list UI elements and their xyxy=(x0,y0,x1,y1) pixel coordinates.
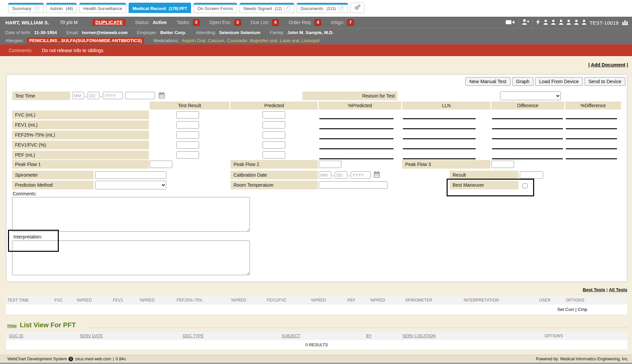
pef-difference-line xyxy=(492,158,563,159)
test-time-month-input[interactable] xyxy=(72,92,84,99)
fev1-fvc-test-result-input[interactable] xyxy=(176,141,199,149)
fev1-fvc-lln-line xyxy=(403,148,476,149)
results-col-pred5: %PRED xyxy=(370,298,385,303)
esign-badge[interactable]: 7 xyxy=(347,19,354,26)
set-curr-link[interactable]: Set Curr xyxy=(557,307,574,312)
spirometer-input[interactable] xyxy=(95,171,166,179)
results-col-fev1: FEV1 xyxy=(113,298,123,303)
calendar-icon[interactable] xyxy=(373,171,380,179)
send-to-device-button[interactable]: Send to Device xyxy=(585,77,625,86)
external-link-icon[interactable]: ↗ xyxy=(33,5,40,11)
add-document-link[interactable]: Add Document xyxy=(591,62,625,67)
family-label: Family: xyxy=(270,30,284,35)
dash: - xyxy=(332,173,334,178)
external-link-icon[interactable]: ↗ xyxy=(338,5,344,11)
footer-render-time: 0.84s xyxy=(116,357,126,361)
row-label-fvc: FVC (mL) xyxy=(12,111,149,119)
comments-textarea[interactable] xyxy=(12,197,250,232)
info-icon[interactable]: i xyxy=(68,357,73,361)
person-icon xyxy=(551,20,556,26)
best-maneuver-checkbox[interactable] xyxy=(522,183,527,188)
lightning-bolt-icon[interactable] xyxy=(536,19,540,26)
fef-test-result-input[interactable] xyxy=(176,131,199,139)
tab-health-surveillance-label: Health Surveillance xyxy=(83,6,122,11)
list-col-serv-location[interactable]: SERV LOCATION xyxy=(403,334,436,338)
results-col-options: OPTIONS xyxy=(566,298,584,303)
add-person-icon[interactable] xyxy=(522,19,529,26)
calibration-day-input[interactable] xyxy=(335,171,347,179)
peak-flow-1-label: Peak Flow 1 xyxy=(12,160,149,169)
flowsheet-chart-icon[interactable] xyxy=(622,19,629,26)
list-col-doc-id[interactable]: DOC ID xyxy=(9,334,23,338)
order-req-badge[interactable]: 4 xyxy=(315,19,321,26)
open-enc-label: Open Enc: xyxy=(209,20,231,25)
duplicate-flag[interactable]: DUPLICATE xyxy=(93,19,126,26)
room-temperature-input[interactable] xyxy=(319,181,387,189)
tab-documents[interactable]: Documents (313) ↗ xyxy=(297,3,348,13)
col-test-result: Test Result xyxy=(150,102,229,110)
comments-label: Comments: xyxy=(13,191,37,196)
test-time-year-input[interactable] xyxy=(103,92,123,99)
tab-admin-label: Admin xyxy=(50,6,63,11)
peak-flow-2-input[interactable] xyxy=(319,161,341,168)
peak-flow-3-label: Peak Flow 3 xyxy=(402,160,490,169)
pef-pct-difference-line xyxy=(566,158,617,159)
allergies-value[interactable]: PENICILLINS , SULFA(SULFONAMIDE ANTIBIOT… xyxy=(27,37,144,44)
list-col-by[interactable]: BY xyxy=(366,334,371,338)
test-time-time-input[interactable] xyxy=(126,92,155,99)
tab-needs-signed[interactable]: Needs Signed (12) ↗ xyxy=(240,3,294,13)
fev1-predicted-input[interactable] xyxy=(263,121,285,129)
graph-button[interactable]: Graph xyxy=(512,77,533,86)
tasks-badge[interactable]: 3 xyxy=(193,19,199,26)
fvc-predicted-input[interactable] xyxy=(263,111,285,119)
tab-on-screen-forms[interactable]: On Screen Forms xyxy=(193,3,237,13)
calibration-date-label: Calibration Date xyxy=(230,171,318,179)
video-camera-icon[interactable] xyxy=(506,19,515,26)
results-empty-row xyxy=(6,305,627,315)
cmp-link[interactable]: Cmp xyxy=(578,307,587,312)
interpretation-textarea[interactable] xyxy=(12,240,250,275)
result-input[interactable] xyxy=(520,171,543,179)
list-col-options: OPTIONS xyxy=(544,334,563,338)
test-time-day-input[interactable] xyxy=(88,92,100,99)
tab-medical-record[interactable]: Medical Record (179):PFT xyxy=(129,3,191,13)
fvc-pct-predicted-line xyxy=(319,118,393,119)
open-enc-badge[interactable]: 3 xyxy=(234,19,241,26)
all-tests-link[interactable]: All Tests xyxy=(609,287,627,292)
tab-summary[interactable]: Summary ↗ xyxy=(8,3,44,13)
medications-value[interactable]: Aspirin Oral, Calcium, Coumadin, ibuprof… xyxy=(182,38,319,43)
list-col-doc-type[interactable]: DOC TYPE xyxy=(183,334,204,338)
list-col-serv-date[interactable]: SERV DATE xyxy=(80,334,103,338)
calibration-year-input[interactable] xyxy=(351,171,371,179)
reason-for-test-select[interactable] xyxy=(500,92,561,100)
tab-health-surveillance[interactable]: Health Surveillance xyxy=(79,3,126,13)
allergies-label: Allergies: xyxy=(5,38,24,43)
results-col-test-time: TEST TIME xyxy=(7,298,29,303)
fev1-fvc-predicted-input[interactable] xyxy=(263,141,285,149)
new-manual-test-button[interactable]: New Manual Test xyxy=(465,77,510,86)
pef-test-result-input[interactable] xyxy=(176,151,199,159)
comments-bar-label: Comments: xyxy=(9,48,33,53)
peak-flow-3-input[interactable] xyxy=(491,161,514,168)
tab-admin[interactable]: Admin (46) xyxy=(46,3,77,13)
fef-predicted-input[interactable] xyxy=(263,131,285,139)
calendar-icon[interactable] xyxy=(158,92,165,100)
fev1-difference-line xyxy=(492,128,563,129)
best-tests-link[interactable]: Best Tests xyxy=(583,287,605,292)
fev1-fvc-pct-difference-line xyxy=(566,148,617,149)
pef-predicted-input[interactable] xyxy=(263,151,285,159)
list-col-subject[interactable]: SUBJECT xyxy=(282,334,300,338)
calibration-month-input[interactable] xyxy=(319,171,331,179)
fvc-test-result-input[interactable] xyxy=(176,111,199,119)
external-link-icon[interactable]: ↗ xyxy=(284,5,290,11)
settings-tab[interactable] xyxy=(350,3,364,13)
results-col-pred2: %PRED xyxy=(140,298,155,303)
prediction-method-select[interactable] xyxy=(95,181,166,189)
hide-link[interactable]: Hide xyxy=(7,323,17,328)
due-list-badge[interactable]: 4 xyxy=(272,19,279,26)
gear-icon xyxy=(354,4,361,12)
peak-flow-1-input[interactable] xyxy=(150,161,172,168)
dash: - xyxy=(85,94,87,99)
fev1-test-result-input[interactable] xyxy=(176,121,199,129)
load-from-device-button[interactable]: Load From Device xyxy=(535,77,583,86)
